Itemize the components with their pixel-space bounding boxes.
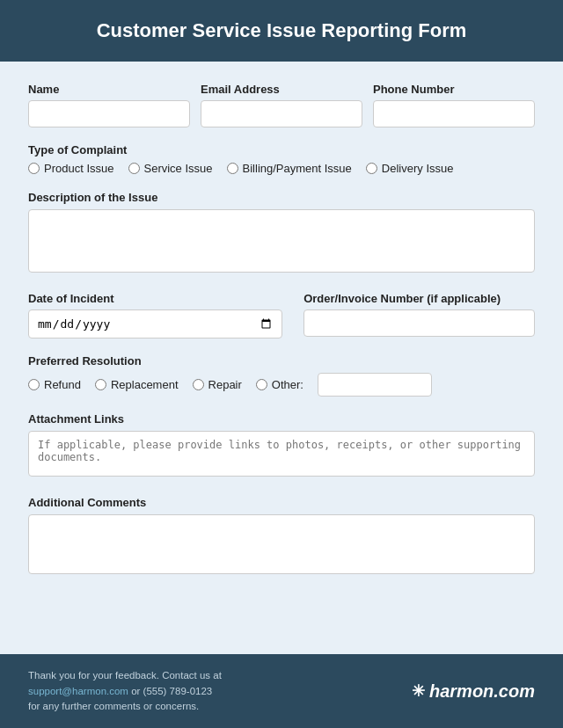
- complaint-delivery-label: Delivery Issue: [382, 162, 454, 175]
- complaint-service-label: Service Issue: [144, 162, 213, 175]
- complaint-billing-label: Billing/Payment Issue: [243, 162, 352, 175]
- resolution-option-other[interactable]: Other:: [256, 378, 303, 391]
- star-icon: ✳: [412, 681, 425, 701]
- phone-label: Phone Number: [373, 83, 535, 96]
- page-title: Customer Service Issue Reporting Form: [28, 19, 535, 42]
- page-header: Customer Service Issue Reporting Form: [0, 0, 563, 62]
- email-field-group: Email Address: [201, 83, 362, 127]
- resolution-repair-label: Repair: [208, 378, 242, 391]
- brand-name: harmon.com: [429, 681, 535, 702]
- resolution-label: Preferred Resolution: [28, 354, 535, 368]
- date-label: Date of Incident: [28, 292, 282, 305]
- resolution-radio-other[interactable]: [256, 379, 267, 390]
- footer-email[interactable]: support@harmon.com: [28, 686, 128, 696]
- resolution-option-refund[interactable]: Refund: [28, 378, 81, 391]
- complaint-radio-group: Product Issue Service Issue Billing/Paym…: [28, 162, 535, 175]
- resolution-refund-label: Refund: [44, 378, 81, 391]
- comments-section: Additional Comments: [28, 496, 535, 578]
- complaint-option-product[interactable]: Product Issue: [28, 162, 114, 175]
- resolution-section: Preferred Resolution Refund Replacement …: [28, 354, 535, 397]
- page-footer: Thank you for your feedback. Contact us …: [0, 654, 563, 728]
- email-input[interactable]: [201, 100, 362, 127]
- footer-text: Thank you for your feedback. Contact us …: [28, 668, 274, 714]
- complaint-radio-service[interactable]: [128, 163, 140, 174]
- order-field-group: Order/Invoice Number (if applicable): [303, 292, 535, 337]
- footer-suffix: for any further comments or concerns.: [28, 701, 199, 711]
- resolution-radio-group: Refund Replacement Repair Other:: [28, 373, 535, 397]
- resolution-other-label: Other:: [272, 378, 303, 391]
- footer-prefix: Thank you for your feedback. Contact us …: [28, 670, 222, 681]
- complaint-option-billing[interactable]: Billing/Payment Issue: [227, 162, 352, 175]
- description-label: Description of the Issue: [28, 191, 535, 204]
- complaint-option-delivery[interactable]: Delivery Issue: [366, 162, 454, 175]
- attachment-section: Attachment Links: [28, 412, 535, 480]
- date-field-group: Date of Incident: [28, 292, 282, 339]
- resolution-radio-repair[interactable]: [193, 379, 204, 390]
- comments-textarea[interactable]: [28, 514, 535, 574]
- comments-label: Additional Comments: [28, 496, 535, 509]
- attachment-textarea[interactable]: [28, 431, 535, 477]
- description-textarea[interactable]: [28, 209, 535, 273]
- complaint-radio-billing[interactable]: [227, 163, 238, 174]
- resolution-option-replacement[interactable]: Replacement: [95, 378, 179, 391]
- resolution-other-input[interactable]: [318, 373, 432, 397]
- complaint-label: Type of Complaint: [28, 143, 535, 157]
- resolution-radio-refund[interactable]: [28, 379, 40, 390]
- phone-field-group: Phone Number: [373, 83, 535, 127]
- description-section: Description of the Issue: [28, 191, 535, 276]
- order-label: Order/Invoice Number (if applicable): [303, 292, 535, 305]
- resolution-replacement-label: Replacement: [111, 378, 179, 391]
- form-body: Name Email Address Phone Number Type of …: [0, 62, 563, 654]
- attachment-label: Attachment Links: [28, 412, 535, 426]
- resolution-option-repair[interactable]: Repair: [193, 378, 242, 391]
- complaint-radio-product[interactable]: [28, 163, 40, 174]
- date-order-row: Date of Incident Order/Invoice Number (i…: [28, 292, 535, 339]
- footer-phone: or (555) 789-0123: [131, 686, 212, 696]
- complaint-product-label: Product Issue: [44, 162, 114, 175]
- phone-input[interactable]: [373, 100, 535, 127]
- footer-brand: ✳ harmon.com: [412, 681, 535, 702]
- name-email-phone-row: Name Email Address Phone Number: [28, 83, 535, 127]
- date-input[interactable]: [28, 309, 282, 339]
- order-input[interactable]: [303, 309, 535, 337]
- email-label: Email Address: [201, 83, 362, 96]
- resolution-radio-replacement[interactable]: [95, 379, 106, 390]
- complaint-option-service[interactable]: Service Issue: [128, 162, 213, 175]
- name-field-group: Name: [28, 83, 190, 127]
- name-label: Name: [28, 83, 190, 96]
- name-input[interactable]: [28, 100, 190, 127]
- complaint-radio-delivery[interactable]: [366, 163, 377, 174]
- complaint-section: Type of Complaint Product Issue Service …: [28, 143, 535, 175]
